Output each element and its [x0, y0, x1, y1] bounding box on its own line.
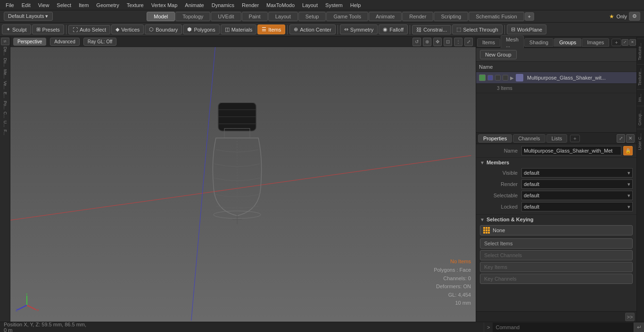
menu-geometry[interactable]: Geometry	[92, 1, 123, 9]
edge-label-user[interactable]: User C...	[637, 129, 644, 154]
rp-tab-images[interactable]: Images	[582, 38, 609, 47]
sculpt-button[interactable]: ✦ Sculpt	[2, 24, 31, 34]
props-tab-lists[interactable]: Lists	[546, 134, 568, 143]
menu-vertexmap[interactable]: Vertex Map	[148, 1, 182, 9]
tab-model[interactable]: Model	[147, 12, 175, 21]
props-close-button[interactable]: ✕	[626, 134, 635, 143]
render-dropdown[interactable]: default ▾	[521, 179, 633, 189]
vp-tab-perspective[interactable]: Perspective	[13, 38, 46, 46]
rp-tab-shading[interactable]: Shading	[524, 38, 553, 47]
tab-scripting[interactable]: Scripting	[434, 12, 468, 21]
locked-dropdown[interactable]: default ▾	[521, 202, 633, 211]
command-enter-button[interactable]: ↵	[634, 323, 644, 332]
vp-ctrl-fit[interactable]: ⊡	[444, 38, 452, 46]
tab-topology[interactable]: Topology	[175, 12, 210, 21]
menu-animate[interactable]: Animate	[181, 1, 207, 9]
item-visibility-toggle[interactable]	[479, 74, 486, 81]
materials-button[interactable]: ◫ Materials	[221, 24, 257, 34]
key-channels-button[interactable]: Key Channels	[480, 274, 633, 284]
new-group-button[interactable]: New Group	[480, 50, 517, 59]
props-tab-add-button[interactable]: +	[570, 135, 579, 142]
menu-texture[interactable]: Texture	[123, 1, 148, 9]
workplane-button[interactable]: ⊟ WorkPlane	[507, 24, 547, 34]
menu-help[interactable]: Help	[347, 1, 365, 9]
rp-tab-mesh[interactable]: Mesh ...	[501, 35, 524, 49]
constraints-button[interactable]: ⛓ Constrai...	[412, 25, 451, 34]
item-render-toggle[interactable]	[487, 75, 493, 81]
props-tab-channels[interactable]: Channels	[513, 134, 545, 143]
members-section-header[interactable]: ▼ Members	[480, 160, 633, 165]
viewport-3d[interactable]: Perspective Advanced Ray GL: Off ↺ ⊕ ✥ ⊡…	[10, 37, 476, 322]
edge-label-group[interactable]: Group...	[637, 106, 644, 130]
item-extra-toggle[interactable]	[503, 75, 508, 81]
props-expand-button[interactable]: ⤢	[617, 134, 625, 143]
select-channels-button[interactable]: Select Channels	[480, 250, 633, 260]
menu-render[interactable]: Render	[238, 1, 263, 9]
item-lock-toggle[interactable]	[495, 75, 501, 81]
vp-ctrl-rotate[interactable]: ↺	[413, 38, 421, 46]
tab-animate[interactable]: Animate	[369, 12, 402, 21]
item-expand-arrow[interactable]: ▶	[510, 75, 514, 81]
viewport-header: Perspective Advanced Ray GL: Off ↺ ⊕ ✥ ⊡…	[10, 37, 476, 47]
edge-label-texture2[interactable]: Texture...	[637, 64, 644, 89]
left-tool-sculpt[interactable]: S	[1, 38, 9, 45]
vp-tab-advanced[interactable]: Advanced	[50, 38, 79, 46]
tab-setup[interactable]: Setup	[298, 12, 326, 21]
tab-game-tools[interactable]: Game Tools	[326, 12, 368, 21]
edge-label-im[interactable]: Im...	[637, 89, 644, 106]
auto-select-button[interactable]: ⛶ Auto Select	[68, 25, 110, 34]
list-item-sub[interactable]: 3 Items	[476, 84, 636, 93]
rp-expand-icon[interactable]: ⤢	[622, 39, 628, 46]
tab-uvedit[interactable]: UVEdit	[211, 12, 241, 21]
name-input[interactable]	[521, 146, 621, 155]
action-center-button[interactable]: ⊕ Action Center	[289, 24, 336, 34]
symmetry-button[interactable]: ⇔ Symmetry	[340, 24, 378, 34]
lock-button[interactable]: 🔒	[623, 146, 633, 155]
menu-edit[interactable]: Edit	[18, 1, 34, 9]
polygons-button[interactable]: ⬢ Polygons	[183, 24, 219, 34]
star-button[interactable]: ★	[609, 13, 614, 20]
vp-ctrl-expand[interactable]: ⤢	[464, 38, 473, 46]
props-tab-properties[interactable]: Properties	[478, 134, 512, 143]
items-button[interactable]: ☰ Items	[257, 24, 285, 34]
selectable-dropdown[interactable]: default ▾	[521, 191, 633, 200]
key-items-button[interactable]: Key Items	[480, 262, 633, 272]
vp-tab-raygl[interactable]: Ray GL: Off	[83, 38, 117, 46]
edge-label-texture1[interactable]: Texture...	[637, 39, 644, 64]
menu-view[interactable]: View	[34, 1, 53, 9]
falloff-button[interactable]: ◉ Falloff	[379, 24, 408, 34]
vp-ctrl-settings[interactable]: ⋮	[454, 38, 462, 46]
menu-file[interactable]: File	[2, 1, 18, 9]
none-button[interactable]: None	[480, 225, 633, 235]
panel-collapse-button[interactable]: >>	[625, 313, 635, 321]
select-through-button[interactable]: ⬚ Select Through	[452, 24, 502, 34]
presets-button[interactable]: ⊞ Presets	[32, 24, 64, 34]
vp-ctrl-zoom[interactable]: ⊕	[423, 38, 431, 46]
rp-close-icon[interactable]: ✕	[629, 39, 636, 46]
add-layout-tab-button[interactable]: +	[525, 12, 534, 21]
vertices-button[interactable]: ◆ Vertices	[111, 24, 144, 34]
rp-tab-items[interactable]: Items	[477, 38, 500, 47]
select-items-button[interactable]: Select Items	[480, 238, 633, 249]
add-panel-button[interactable]: ⚙	[629, 12, 640, 21]
no-items-label: No Items	[434, 258, 471, 266]
visible-dropdown[interactable]: default ▾	[521, 168, 633, 178]
list-item[interactable]: ▶ Multipurpose_Glass_Shaker_wit...	[476, 72, 636, 84]
tab-render[interactable]: Render	[402, 12, 433, 21]
rp-tab-groups[interactable]: Groups	[554, 38, 581, 47]
menu-dynamics[interactable]: Dynamics	[208, 1, 238, 9]
tab-paint[interactable]: Paint	[242, 12, 268, 21]
rp-tab-add-button[interactable]: +	[611, 39, 621, 46]
layout-name-dropdown[interactable]: Default Layouts ▾	[4, 12, 53, 21]
tab-schematic[interactable]: Schematic Fusion	[469, 12, 524, 21]
menu-maxtomodo[interactable]: MaxToModo	[263, 1, 298, 9]
menu-item[interactable]: Item	[75, 1, 92, 9]
tab-layout[interactable]: Layout	[268, 12, 298, 21]
boundary-button[interactable]: ⬡ Boundary	[145, 24, 182, 34]
vp-ctrl-pan[interactable]: ✥	[433, 38, 442, 46]
menu-layout[interactable]: Layout	[298, 1, 322, 9]
command-input[interactable]	[493, 323, 634, 332]
menu-system[interactable]: System	[322, 1, 347, 9]
sel-keying-header[interactable]: ▼ Selection & Keying	[480, 217, 633, 222]
menu-select[interactable]: Select	[53, 1, 75, 9]
